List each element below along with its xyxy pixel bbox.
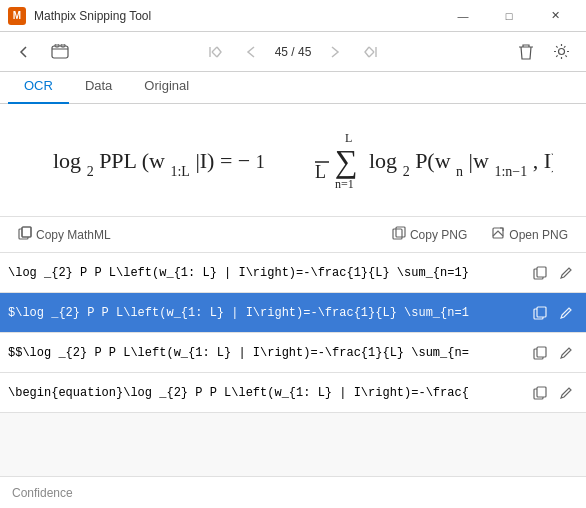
tabs: OCR Data Original xyxy=(0,72,586,104)
open-png-button[interactable]: Open PNG xyxy=(485,223,574,246)
nav-first-button[interactable] xyxy=(199,36,231,68)
open-png-label: Open PNG xyxy=(509,228,568,242)
result-item-3[interactable]: $$\log _{2} P P L\left(w_{1: L} | I\righ… xyxy=(0,333,586,373)
result-text-1: \log _{2} P P L\left(w_{1: L} | I\right)… xyxy=(8,266,520,280)
toolbar-left xyxy=(8,36,76,68)
title-bar: M Mathpix Snipping Tool — □ ✕ xyxy=(0,0,586,32)
open-png-icon xyxy=(491,226,505,243)
copy-buttons-row: Copy MathML Copy PNG Open PNG xyxy=(0,217,586,253)
result-edit-button-4[interactable] xyxy=(554,381,578,405)
svg-text:L: L xyxy=(315,162,326,182)
toolbar: 45 / 45 xyxy=(0,32,586,72)
settings-button[interactable] xyxy=(546,36,578,68)
nav-prev-button[interactable] xyxy=(235,36,267,68)
result-text-4: \begin{equation}\log _{2} P P L\left(w_{… xyxy=(8,386,520,400)
result-item-2[interactable]: $\log _{2} P P L\left(w_{1: L} | I\right… xyxy=(0,293,586,333)
tab-ocr[interactable]: OCR xyxy=(8,72,69,104)
back-button[interactable] xyxy=(8,36,40,68)
svg-text:log
        2
         P(w
   : log 2 P(w n |w 1:n−1 , I) xyxy=(369,148,553,181)
formula-area: log 2 PPL (w 1:L |I) = − 1 L ∑ xyxy=(0,104,586,217)
results-list: \log _{2} P P L\left(w_{1: L} | I\right)… xyxy=(0,253,586,476)
svg-rect-25 xyxy=(537,387,546,397)
result-edit-button-2[interactable] xyxy=(554,301,578,325)
nav-last-button[interactable] xyxy=(355,36,387,68)
toolbar-center: 45 / 45 xyxy=(199,36,388,68)
window-title: Mathpix Snipping Tool xyxy=(34,9,151,23)
svg-rect-23 xyxy=(537,347,546,357)
svg-rect-17 xyxy=(493,228,503,238)
result-actions-1 xyxy=(528,261,578,285)
result-copy-button-1[interactable] xyxy=(528,261,552,285)
svg-text:L: L xyxy=(345,131,352,145)
copy-mathml-label: Copy MathML xyxy=(36,228,111,242)
result-actions-4 xyxy=(528,381,578,405)
result-copy-button-4[interactable] xyxy=(528,381,552,405)
result-copy-button-3[interactable] xyxy=(528,341,552,365)
nav-next-button[interactable] xyxy=(319,36,351,68)
main-content: log 2 PPL (w 1:L |I) = − 1 L ∑ xyxy=(0,104,586,508)
copy-png-icon xyxy=(392,226,406,243)
copy-png-label: Copy PNG xyxy=(410,228,467,242)
result-text-2: $\log _{2} P P L\left(w_{1: L} | I\right… xyxy=(8,306,520,320)
copy-mathml-button[interactable]: Copy MathML xyxy=(12,223,117,246)
result-copy-button-2[interactable] xyxy=(528,301,552,325)
svg-text:log
        2
        
       : log 2 PPL (w 1:L |I) = − 1 xyxy=(53,148,265,181)
result-edit-button-3[interactable] xyxy=(554,341,578,365)
camera-button[interactable] xyxy=(44,36,76,68)
svg-rect-0 xyxy=(52,46,68,58)
svg-rect-21 xyxy=(537,307,546,317)
confidence-label: Confidence xyxy=(12,486,73,500)
close-button[interactable]: ✕ xyxy=(532,0,578,32)
result-actions-3 xyxy=(528,341,578,365)
svg-rect-19 xyxy=(537,267,546,277)
toolbar-right xyxy=(510,36,578,68)
maximize-button[interactable]: □ xyxy=(486,0,532,32)
svg-text:∑: ∑ xyxy=(335,143,358,179)
title-bar-left: M Mathpix Snipping Tool xyxy=(8,7,151,25)
tab-data[interactable]: Data xyxy=(69,72,128,104)
result-item-4[interactable]: \begin{equation}\log _{2} P P L\left(w_{… xyxy=(0,373,586,413)
svg-rect-13 xyxy=(22,227,31,237)
svg-point-4 xyxy=(559,49,565,55)
confidence-area: Confidence xyxy=(0,476,586,508)
result-text-3: $$\log _{2} P P L\left(w_{1: L} | I\righ… xyxy=(8,346,520,360)
result-actions-2 xyxy=(528,301,578,325)
result-edit-button-1[interactable] xyxy=(554,261,578,285)
svg-text:n=1: n=1 xyxy=(335,177,354,191)
window-controls: — □ ✕ xyxy=(440,0,578,32)
result-item-1[interactable]: \log _{2} P P L\left(w_{1: L} | I\right)… xyxy=(0,253,586,293)
copy-png-button[interactable]: Copy PNG xyxy=(386,223,473,246)
delete-button[interactable] xyxy=(510,36,542,68)
tab-original[interactable]: Original xyxy=(128,72,205,104)
app-icon: M xyxy=(8,7,26,25)
minimize-button[interactable]: — xyxy=(440,0,486,32)
copy-mathml-icon xyxy=(18,226,32,243)
nav-info: 45 / 45 xyxy=(271,45,316,59)
